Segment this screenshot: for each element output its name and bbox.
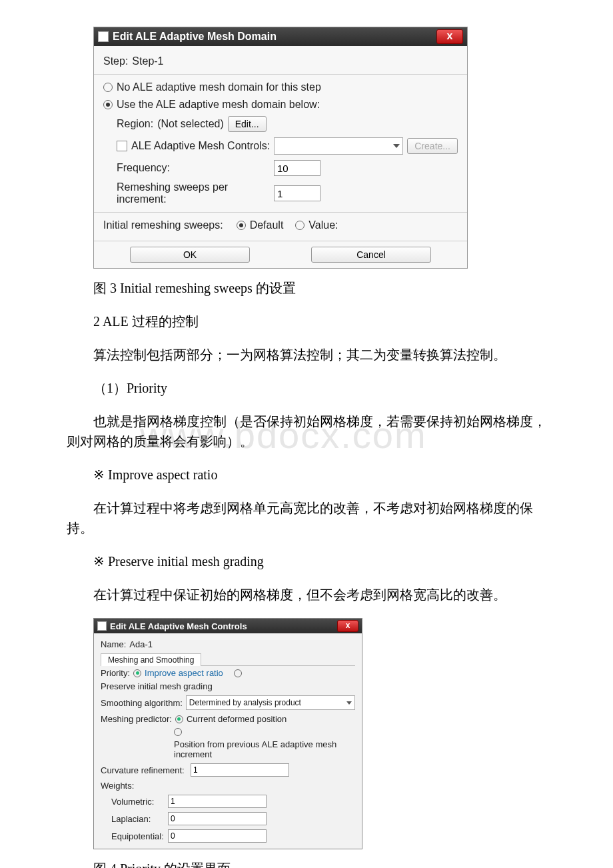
predictor-opt-current: Current deformed position xyxy=(187,714,287,724)
region-value: (Not selected) xyxy=(157,118,224,130)
frequency-label: Frequency: xyxy=(117,162,270,174)
radio-default-label: Default xyxy=(250,219,284,231)
weight-laplacian-input[interactable] xyxy=(168,812,267,825)
frequency-input[interactable] xyxy=(274,160,320,176)
figure-3-caption: 图 3 Initial remeshing sweeps 的设置 xyxy=(67,278,553,298)
radio-use-domain[interactable] xyxy=(103,100,113,109)
app-icon xyxy=(98,31,109,42)
smoothing-value: Determined by analysis product xyxy=(189,698,301,707)
weight-volumetric-label: Volumetric: xyxy=(111,797,165,807)
edit-region-button[interactable]: Edit... xyxy=(228,116,267,132)
weight-volumetric-input[interactable] xyxy=(168,795,267,808)
controls-dropdown[interactable] xyxy=(274,137,403,155)
chevron-down-icon xyxy=(393,144,400,148)
priority-heading: （1）Priority xyxy=(67,378,553,398)
radio-use-domain-label: Use the ALE adaptive mesh domain below: xyxy=(117,99,320,111)
weight-laplacian-label: Laplacian: xyxy=(111,814,165,824)
bullet-improve: ※ Improve aspect ratio xyxy=(67,465,553,485)
weights-label: Weights: xyxy=(101,781,134,791)
curvature-input[interactable] xyxy=(191,763,289,777)
priority-label: Priority: xyxy=(101,668,130,678)
paragraph: 在计算过程中将考虑到网格单元高宽比的改善，不考虑对初始网格梯度的保持。 xyxy=(67,498,553,538)
radio-no-domain-label: No ALE adaptive mesh domain for this ste… xyxy=(117,81,321,93)
name-label: Name: xyxy=(101,639,126,649)
dialog-titlebar: Edit ALE Adaptive Mesh Domain x xyxy=(94,27,467,46)
sweeps-input[interactable] xyxy=(274,185,320,201)
ale-domain-dialog: Edit ALE Adaptive Mesh Domain x Step: St… xyxy=(93,27,468,269)
paragraph: 算法控制包括两部分；一为网格算法控制；其二为变量转换算法控制。 xyxy=(67,345,553,365)
weight-equipotential-input[interactable] xyxy=(168,829,267,843)
smoothing-label: Smoothing algorithm: xyxy=(101,698,183,708)
radio-previous-increment[interactable] xyxy=(174,728,182,736)
bullet-preserve: ※ Preserve initial mesh grading xyxy=(67,551,553,571)
radio-default[interactable] xyxy=(237,221,246,230)
paragraph: 在计算过程中保证初始的网格梯度，但不会考虑到网格宽高比的改善。 xyxy=(67,585,553,605)
close-icon[interactable]: x xyxy=(436,29,463,44)
name-value: Ada-1 xyxy=(129,639,153,649)
ale-controls-dialog: Edit ALE Adaptive Mesh Controls x Name: … xyxy=(93,618,362,849)
step-label: Step: xyxy=(103,55,128,67)
dialog-title: Edit ALE Adaptive Mesh Domain xyxy=(113,31,277,43)
figure-4-caption: 图 4 Priority 的设置界面 xyxy=(67,859,553,868)
curvature-label: Curvature refinement: xyxy=(101,765,187,775)
radio-value-label: Value: xyxy=(308,219,338,231)
app-icon xyxy=(97,621,107,631)
step-value: Step-1 xyxy=(132,55,163,67)
region-label: Region: xyxy=(117,118,153,130)
predictor-opt-previous: Position from previous ALE adaptive mesh… xyxy=(174,739,355,759)
sweeps-label: Remeshing sweeps per increment: xyxy=(117,181,270,205)
smoothing-dropdown[interactable]: Determined by analysis product xyxy=(186,695,355,710)
dialog-title: Edit ALE Adaptive Mesh Controls xyxy=(110,621,247,631)
cancel-button[interactable]: Cancel xyxy=(311,247,431,263)
close-icon[interactable]: x xyxy=(337,620,358,632)
radio-preserve-grading[interactable] xyxy=(234,669,242,677)
paragraph: 也就是指网格梯度控制（是否保持初始网格梯度，若需要保持初始网格梯度，则对网格的质… xyxy=(67,411,553,451)
section-heading-2: 2 ALE 过程的控制 xyxy=(67,311,553,331)
dialog-titlebar: Edit ALE Adaptive Mesh Controls x xyxy=(94,619,362,633)
chevron-down-icon xyxy=(346,701,352,705)
controls-checkbox[interactable] xyxy=(117,141,127,151)
weight-equipotential-label: Equipotential: xyxy=(111,831,165,841)
radio-no-domain[interactable] xyxy=(103,83,113,92)
create-button[interactable]: Create... xyxy=(407,138,458,154)
predictor-label: Meshing predictor: xyxy=(101,714,172,724)
tab-meshing-smoothing[interactable]: Meshing and Smoothing xyxy=(101,653,201,666)
ok-button[interactable]: OK xyxy=(130,247,250,263)
initial-sweeps-label: Initial remeshing sweeps: xyxy=(103,219,223,231)
radio-improve-aspect[interactable] xyxy=(133,669,141,677)
priority-opt-improve: Improve aspect ratio xyxy=(145,668,223,678)
radio-current-deformed[interactable] xyxy=(175,715,183,723)
controls-label: ALE Adaptive Mesh Controls: xyxy=(131,140,270,152)
radio-value[interactable] xyxy=(295,221,305,230)
priority-opt-preserve: Preserve initial mesh grading xyxy=(101,681,213,691)
